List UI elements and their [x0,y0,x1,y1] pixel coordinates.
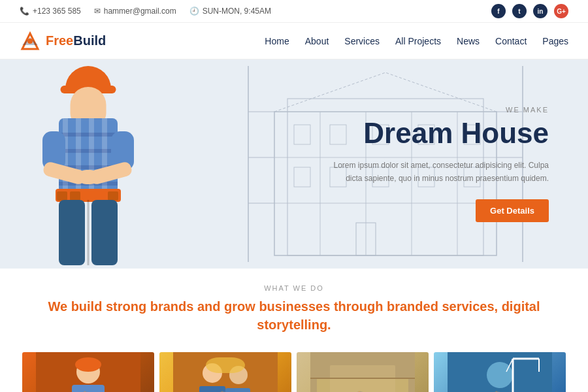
twitter-link[interactable]: t [512,4,527,18]
phone-icon [20,7,29,16]
social-links[interactable]: f t in G+ [491,4,568,18]
nav-item-allprojects[interactable]: All Projects [395,35,441,47]
svg-rect-11 [294,125,310,144]
hero-subtitle: WE MAKE [327,106,549,114]
facebook-link[interactable]: f [491,4,506,18]
thumb4-icon [434,352,566,392]
navbar: FreeBuild Home About Services All Projec… [0,23,588,59]
thumbnail-3[interactable] [297,352,429,392]
nav-item-pages[interactable]: Pages [542,35,568,47]
email-info: hammer@gmail.com [94,7,176,16]
thumb2-icon [159,352,291,392]
nav-item-news[interactable]: News [457,35,480,47]
section-title-part1: We build strong brands and grow business… [48,299,498,314]
email-address: hammer@gmail.com [104,7,176,16]
svg-point-2 [27,39,33,44]
section-title: We build strong brands and grow business… [20,297,568,334]
svg-rect-50 [108,191,118,201]
svg-rect-56 [72,385,105,392]
svg-rect-63 [206,357,245,373]
phone-number: +123 365 585 [33,7,81,16]
googleplus-link[interactable]: G+ [554,4,568,18]
hero-section: WE MAKE Dream House Lorem ipsum dolor si… [0,59,588,269]
svg-rect-48 [57,191,67,201]
thumbnail-4[interactable] [434,352,566,392]
hero-description: Lorem ipsum dolor sit amet, consectetur … [327,160,549,185]
what-we-do-section: WHAT WE DO We build strong brands and gr… [0,269,588,344]
thumbnail-1[interactable] [22,352,154,392]
thumbnail-row [0,352,588,392]
svg-rect-57 [75,357,101,372]
svg-rect-16 [294,167,310,187]
hero-content: WE MAKE Dream House Lorem ipsum dolor si… [327,106,549,222]
nav-item-contact[interactable]: Contact [495,35,527,47]
business-hours: SUN-MON, 9:45AM [203,7,271,16]
nav-item-about[interactable]: About [305,35,329,47]
logo-highlight: Free [46,33,73,48]
linkedin-link[interactable]: in [533,4,547,18]
logo-text: FreeBuild [46,33,106,48]
nav-item-home[interactable]: Home [265,35,289,47]
top-bar: +123 365 585 hammer@gmail.com SUN-MON, 9… [0,0,588,23]
svg-rect-49 [70,191,80,201]
section-label: WHAT WE DO [20,284,568,292]
phone-info: +123 365 585 [20,7,81,16]
clock-icon [189,7,199,16]
worker-figure [26,66,150,269]
svg-rect-60 [199,386,225,392]
svg-rect-51 [59,200,85,265]
hero-cta-button[interactable]: Get details [476,199,549,222]
nav-item-services[interactable]: Services [344,35,380,47]
email-icon [94,7,101,16]
top-bar-contact: +123 365 585 hammer@gmail.com SUN-MON, 9… [20,7,271,16]
svg-point-46 [78,170,96,184]
nav-menu: Home About Services All Projects News Co… [265,35,568,47]
thumbnail-2[interactable] [159,352,291,392]
svg-rect-52 [91,200,118,265]
worker-body [42,118,134,269]
thumb1-icon [22,352,154,392]
thumb3-icon [297,352,429,392]
logo-icon [20,31,41,52]
svg-rect-62 [225,388,250,392]
hero-title: Dream House [327,118,549,149]
hours-info: SUN-MON, 9:45AM [189,7,271,16]
logo[interactable]: FreeBuild [20,31,106,52]
